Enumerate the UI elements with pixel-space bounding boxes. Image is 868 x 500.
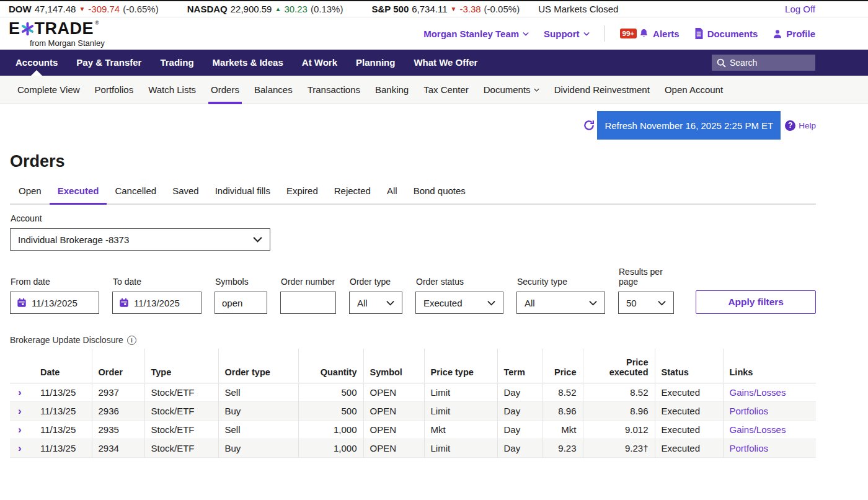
subnav-item-label: Portfolios <box>95 76 134 104</box>
down-arrow-icon: ▼ <box>79 6 85 12</box>
cell-order: 2936 <box>92 402 144 421</box>
subnav-item-tax-center[interactable]: Tax Center <box>416 76 476 104</box>
tab-saved[interactable]: Saved <box>164 185 207 203</box>
cell-symbol: OPEN <box>363 402 424 421</box>
row-expand-chevron[interactable]: › <box>10 402 32 421</box>
tab-cancelled[interactable]: Cancelled <box>107 185 164 203</box>
calendar-icon <box>17 298 27 308</box>
nav-item-what-we-offer[interactable]: What We Offer <box>404 50 487 76</box>
tab-expired[interactable]: Expired <box>278 185 326 203</box>
security-type-select[interactable]: All <box>516 292 605 314</box>
cell-order-type: Sell <box>218 421 298 439</box>
row-expand-chevron[interactable]: › <box>10 439 32 458</box>
subnav-item-orders[interactable]: Orders <box>203 76 247 104</box>
info-icon[interactable]: i <box>127 336 136 345</box>
chevron-down-icon <box>523 32 529 36</box>
subnav-item-complete-view[interactable]: Complete View <box>10 76 87 104</box>
documents-button[interactable]: Documents <box>694 28 758 39</box>
cell-link[interactable]: Portfolios <box>723 402 816 421</box>
etrade-star-icon <box>21 22 34 36</box>
cell-link[interactable]: Portfolios <box>723 439 816 458</box>
column-header: Price <box>542 349 583 383</box>
row-expand-chevron[interactable]: › <box>10 383 32 402</box>
cell-price-type: Limit <box>424 383 497 402</box>
nav-item-accounts[interactable]: Accounts <box>6 50 67 76</box>
refresh-icon[interactable] <box>583 119 595 132</box>
tab-rejected[interactable]: Rejected <box>326 185 379 203</box>
tab-all[interactable]: All <box>379 185 405 203</box>
chevron-down-icon <box>589 300 597 306</box>
account-select[interactable]: Individual Brokerage -8373 <box>10 228 270 251</box>
profile-button[interactable]: Profile <box>773 29 815 39</box>
symbols-input[interactable] <box>215 292 267 314</box>
table-row: ›11/13/252937Stock/ETFSell500OPENLimitDa… <box>10 383 816 402</box>
ticker-change: 30.23 <box>284 4 308 14</box>
help-button[interactable]: ? Help <box>785 120 816 131</box>
search-input[interactable]: Search <box>712 55 815 71</box>
nav-item-planning[interactable]: Planning <box>347 50 404 76</box>
filters-row: From date 11/13/2025 To date 11/13/2025 <box>10 267 816 314</box>
apply-filters-button[interactable]: Apply filters <box>696 290 816 314</box>
subnav-item-portfolios[interactable]: Portfolios <box>87 76 141 104</box>
cell-price: 8.52 <box>542 383 583 402</box>
column-header: Order type <box>218 349 298 383</box>
cell-order: 2937 <box>92 383 144 402</box>
cell-type: Stock/ETF <box>144 402 218 421</box>
nav-item-at-work[interactable]: At Work <box>293 50 347 76</box>
cell-quantity: 500 <box>298 402 363 421</box>
subnav-item-transactions[interactable]: Transactions <box>300 76 368 104</box>
column-header: Links <box>723 349 816 383</box>
row-expand-chevron[interactable]: › <box>10 421 32 439</box>
tab-individual-fills[interactable]: Individual fills <box>207 185 278 203</box>
column-header: Date <box>32 349 92 383</box>
main-navigation: AccountsPay & TransferTradingMarkets & I… <box>0 50 868 76</box>
order-number-input[interactable] <box>280 292 336 314</box>
cell-order-type: Buy <box>218 402 298 421</box>
subnav-item-dividend-reinvestment[interactable]: Dividend Reinvestment <box>547 76 657 104</box>
support-menu[interactable]: Support <box>544 29 590 39</box>
cell-link[interactable]: Gains/Losses <box>723 383 816 402</box>
bell-icon <box>639 28 649 39</box>
nav-item-markets-ideas[interactable]: Markets & Ideas <box>203 50 293 76</box>
from-date-input[interactable]: 11/13/2025 <box>10 292 99 314</box>
results-per-page-select[interactable]: 50 <box>618 292 674 314</box>
order-type-select[interactable]: All <box>349 292 402 314</box>
to-date-input[interactable]: 11/13/2025 <box>112 292 202 314</box>
log-off-link[interactable]: Log Off <box>785 4 815 14</box>
refresh-timestamp[interactable]: Refresh November 16, 2025 2:25 PM ET <box>597 111 781 140</box>
tab-open[interactable]: Open <box>10 185 50 203</box>
ticker-change: -3.38 <box>459 4 480 14</box>
up-arrow-icon: ▲ <box>275 6 281 12</box>
logo-tagline: from Morgan Stanley <box>30 39 105 47</box>
subnav-item-balances[interactable]: Balances <box>247 76 300 104</box>
subnav-item-watch-lists[interactable]: Watch Lists <box>141 76 203 104</box>
ticker-index-label: DOW <box>9 4 32 14</box>
cell-status: Executed <box>655 402 723 421</box>
tab-bond-quotes[interactable]: Bond quotes <box>405 185 474 203</box>
nav-item-pay-transfer[interactable]: Pay & Transfer <box>67 50 151 76</box>
chevron-down-icon <box>658 300 666 306</box>
table-row: ›11/13/252934Stock/ETFBuy1,000OPENLimitD… <box>10 439 816 458</box>
subnav-item-banking[interactable]: Banking <box>368 76 416 104</box>
morgan-stanley-team-menu[interactable]: Morgan Stanley Team <box>423 29 529 39</box>
cell-price-type: Limit <box>424 402 497 421</box>
cell-date: 11/13/25 <box>32 383 92 402</box>
nav-item-trading[interactable]: Trading <box>151 50 203 76</box>
tab-executed[interactable]: Executed <box>50 185 107 203</box>
table-body: ›11/13/252937Stock/ETFSell500OPENLimitDa… <box>10 383 816 458</box>
cell-link[interactable]: Gains/Losses <box>723 421 816 439</box>
cell-term: Day <box>497 421 542 439</box>
subnav-item-label: Banking <box>375 76 409 104</box>
ticker-list: DOW47,147.48▼-309.74(-0.65%)NASDAQ22,900… <box>9 4 520 14</box>
cell-type: Stock/ETF <box>144 421 218 439</box>
subnav-item-open-account[interactable]: Open Account <box>657 76 730 104</box>
order-status-select[interactable]: Executed <box>415 292 503 314</box>
brokerage-disclosure[interactable]: Brokerage Update Disclosure i <box>10 335 816 345</box>
ticker-percent: (-0.05%) <box>484 4 520 14</box>
alerts-button[interactable]: 99+ Alerts <box>620 28 680 39</box>
etrade-logo[interactable]: E TRADE ® from Morgan Stanley <box>9 20 105 47</box>
to-date-value: 11/13/2025 <box>134 298 180 308</box>
subnav-item-documents[interactable]: Documents <box>476 76 547 104</box>
cell-price-executed: 9.012 <box>583 421 655 439</box>
cell-term: Day <box>497 402 542 421</box>
